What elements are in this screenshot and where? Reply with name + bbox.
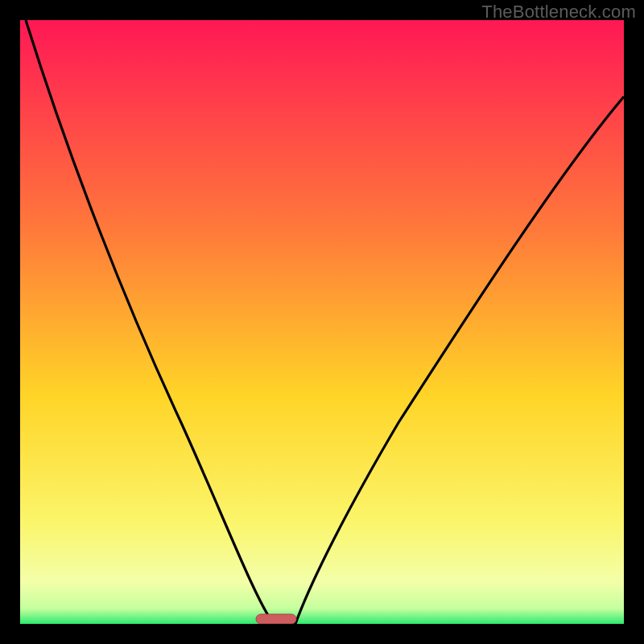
gradient-background (20, 20, 624, 624)
watermark-text: TheBottleneck.com (481, 2, 636, 23)
bottleneck-chart (20, 20, 624, 624)
chart-frame: TheBottleneck.com (0, 0, 644, 644)
optimal-marker (256, 614, 296, 624)
